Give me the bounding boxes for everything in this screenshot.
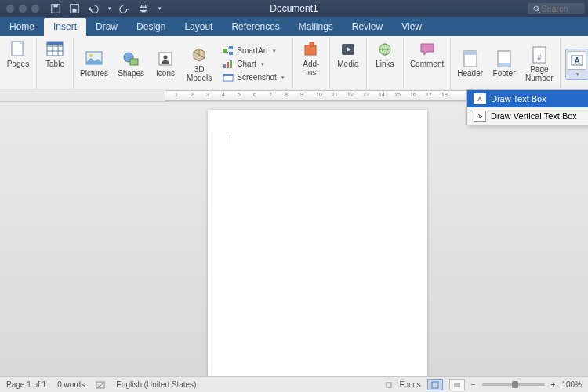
window-controls: [0, 5, 39, 13]
cube-icon: [191, 47, 207, 63]
svg-rect-54: [432, 382, 438, 388]
print-layout-view[interactable]: [427, 379, 443, 390]
svg-rect-32: [305, 45, 316, 55]
language-indicator[interactable]: English (United States): [116, 380, 196, 389]
document-title: Document1: [270, 3, 318, 14]
text-box-dropdown: ADraw Text Box ADraw Vertical Text Box: [466, 89, 588, 125]
minimize-dot[interactable]: [19, 5, 27, 13]
svg-point-17: [89, 54, 93, 57]
tab-references[interactable]: References: [222, 18, 289, 36]
svg-rect-31: [223, 74, 233, 76]
svg-rect-24: [229, 52, 233, 55]
ruler-scale[interactable]: 123456789101112131415161718: [165, 90, 470, 101]
pictures-button[interactable]: Pictures: [78, 49, 110, 79]
zoom-level[interactable]: 100%: [561, 380, 582, 389]
page-number-icon: #: [532, 46, 546, 64]
tab-view[interactable]: View: [392, 18, 431, 36]
media-button[interactable]: Media: [335, 39, 361, 70]
zoom-thumb[interactable]: [512, 381, 518, 388]
quick-access-toolbar: ▾ ▾: [50, 3, 162, 14]
text-box-button[interactable]: A▾: [565, 49, 588, 80]
qat-more-caret[interactable]: ▾: [158, 5, 162, 12]
svg-rect-52: [96, 382, 104, 388]
shapes-button[interactable]: Shapes: [116, 49, 146, 79]
tab-review[interactable]: Review: [343, 18, 392, 36]
svg-point-7: [534, 6, 539, 11]
tab-insert[interactable]: Insert: [44, 18, 86, 36]
tab-draw[interactable]: Draw: [86, 18, 127, 36]
focus-label[interactable]: Focus: [400, 380, 421, 389]
zoom-in[interactable]: +: [551, 380, 556, 389]
svg-rect-53: [387, 383, 391, 387]
text-cursor: [230, 135, 230, 144]
zoom-slider[interactable]: [482, 383, 545, 386]
status-bar: Page 1 of 1 0 words English (United Stat…: [0, 376, 588, 392]
svg-text:A: A: [574, 56, 579, 65]
svg-rect-28: [227, 62, 229, 68]
word-count[interactable]: 0 words: [57, 380, 85, 389]
web-layout-view[interactable]: [449, 379, 465, 390]
text-box-icon: A: [571, 55, 583, 66]
3d-models-button[interactable]: 3D Models: [185, 45, 213, 84]
close-dot[interactable]: [6, 5, 14, 13]
draw-text-box-item[interactable]: ADraw Text Box: [467, 90, 588, 107]
header-button[interactable]: Header: [456, 49, 485, 79]
smartart-button[interactable]: SmartArt▾: [220, 45, 288, 57]
screenshot-button[interactable]: Screenshot▾: [220, 71, 288, 84]
svg-line-25: [227, 48, 229, 50]
tab-design[interactable]: Design: [127, 18, 175, 36]
undo-icon[interactable]: [88, 3, 99, 14]
pages-icon: [10, 41, 26, 58]
svg-rect-27: [223, 64, 226, 68]
autosave-icon[interactable]: [50, 3, 61, 14]
svg-rect-6: [141, 10, 145, 13]
chart-button[interactable]: Chart▾: [220, 58, 288, 71]
search-box[interactable]: [528, 3, 585, 14]
page[interactable]: [208, 110, 427, 376]
search-input[interactable]: [541, 4, 580, 13]
page-indicator[interactable]: Page 1 of 1: [6, 380, 46, 389]
svg-rect-33: [310, 42, 314, 46]
icons-icon: [158, 51, 173, 67]
undo-caret[interactable]: ▾: [108, 5, 111, 12]
pages-button[interactable]: Pages: [5, 39, 31, 70]
footer-button[interactable]: Footer: [491, 49, 517, 79]
comment-button[interactable]: Comment: [408, 39, 445, 70]
zoom-dot[interactable]: [31, 5, 39, 13]
svg-point-21: [164, 56, 168, 60]
ribbon-tabs: Home Insert Draw Design Layout Reference…: [0, 17, 588, 36]
focus-icon: [384, 380, 394, 390]
text-box-vert-icon: A: [474, 111, 486, 122]
shapes-icon: [122, 51, 140, 67]
table-icon: [46, 41, 64, 58]
redo-icon[interactable]: [119, 3, 130, 14]
text-box-horiz-icon: A: [474, 93, 486, 104]
tab-layout[interactable]: Layout: [175, 18, 222, 36]
svg-rect-3: [72, 9, 76, 13]
spellcheck-icon[interactable]: [96, 380, 105, 390]
zoom-out[interactable]: −: [471, 380, 476, 389]
svg-text:#: #: [537, 53, 542, 62]
draw-vertical-text-box-item[interactable]: ADraw Vertical Text Box: [467, 107, 588, 125]
table-button[interactable]: Table: [42, 39, 68, 70]
tab-home[interactable]: Home: [0, 18, 44, 36]
document-canvas: [0, 102, 588, 376]
titlebar: ▾ ▾ Document1: [0, 0, 588, 17]
search-icon: [532, 5, 541, 13]
save-icon[interactable]: [69, 3, 80, 14]
svg-line-8: [538, 9, 540, 12]
svg-rect-41: [498, 63, 510, 67]
links-icon: [376, 42, 394, 56]
page-number-button[interactable]: #Page Number: [524, 45, 555, 84]
icons-button[interactable]: Icons: [152, 49, 179, 79]
addins-button[interactable]: Add-ins: [298, 39, 325, 78]
svg-rect-19: [130, 59, 138, 65]
links-button[interactable]: Links: [372, 39, 398, 70]
print-icon[interactable]: [138, 3, 149, 14]
tab-mailings[interactable]: Mailings: [289, 18, 343, 36]
header-icon: [463, 50, 477, 67]
screenshot-icon: [223, 72, 234, 83]
media-icon: [340, 42, 356, 57]
comment-icon: [419, 42, 435, 57]
pictures-icon: [85, 51, 103, 67]
